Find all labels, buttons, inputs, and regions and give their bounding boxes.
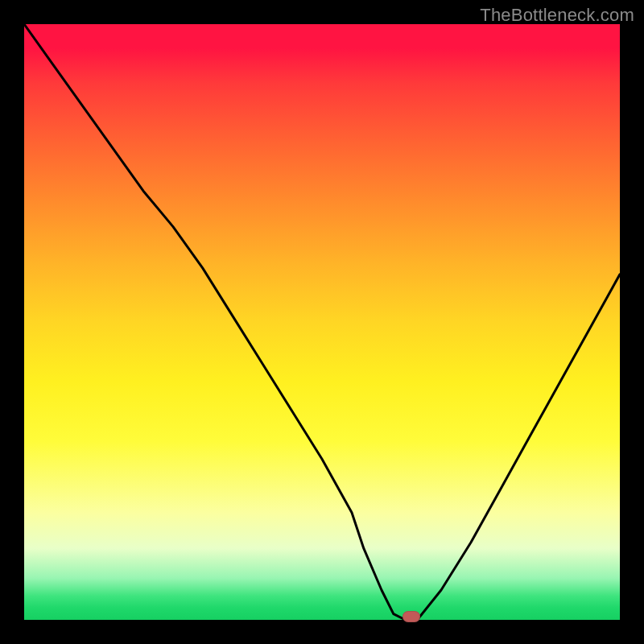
bottleneck-curve [24,24,620,620]
optimal-marker [402,611,420,622]
chart-container: TheBottleneck.com [0,0,644,644]
watermark-text: TheBottleneck.com [480,5,634,26]
plot-area [24,24,620,620]
